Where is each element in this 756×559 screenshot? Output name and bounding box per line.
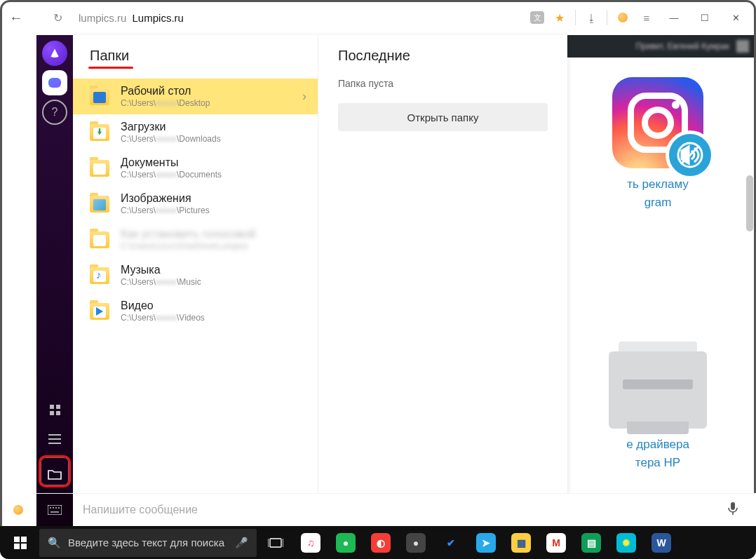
- help-icon[interactable]: ?: [42, 100, 67, 125]
- recent-empty-text: Папка пуста: [338, 78, 548, 89]
- svg-rect-10: [14, 537, 20, 542]
- folder-icon: [90, 231, 109, 248]
- apps-grid-icon[interactable]: [42, 397, 67, 422]
- microphone-icon[interactable]: [728, 501, 756, 519]
- folder-icon: [90, 160, 109, 177]
- back-button[interactable]: ←: [8, 10, 24, 26]
- alice-message-input[interactable]: [73, 504, 728, 516]
- extension-icon[interactable]: [614, 9, 631, 26]
- svg-rect-11: [21, 537, 27, 542]
- folder-path: C:\Users\xxxxx\Pictures: [121, 206, 210, 215]
- taskbar-app-telegram[interactable]: ➤: [470, 529, 502, 557]
- article-teaser-1[interactable]: ть рекламу gram е драйвера тера HP: [588, 77, 728, 471]
- recent-pane: Последние Папка пуста Открыть папку: [318, 35, 567, 526]
- taskbar-app-sheets[interactable]: ▤: [575, 529, 607, 557]
- folder-path: C:\Users\xxxxx\Music: [121, 277, 201, 287]
- folder-text: ИзображенияC:\Users\xxxxx\Pictures: [121, 192, 210, 215]
- annotation-underline: [88, 67, 133, 69]
- windows-taskbar: 🔍 Введите здесь текст для поиска 🎤 ♫●◐●✔…: [0, 526, 756, 559]
- folders-list: Папки Рабочий столC:\Users\xxxxx\Desktop…: [73, 35, 318, 526]
- alice-input-bar: [36, 493, 756, 526]
- cortana-mic-icon[interactable]: 🎤: [235, 537, 248, 549]
- folder-text: ЗагрузкиC:\Users\xxxxx\Downloads: [121, 121, 221, 144]
- recent-title: Последние: [338, 48, 548, 64]
- window-close[interactable]: ✕: [724, 6, 748, 29]
- folder-name: Рабочий стол: [121, 85, 210, 97]
- taskbar-app-keep[interactable]: ✹: [610, 529, 642, 557]
- folder-icon: [90, 88, 109, 105]
- folder-name: Изображения: [121, 192, 210, 205]
- folder-text: МузыкаC:\Users\xxxxx\Music: [121, 264, 201, 287]
- window-maximize[interactable]: ☐: [693, 6, 717, 29]
- folder-item-2[interactable]: ДокументыC:\Users\xxxxx\Documents: [73, 150, 318, 186]
- article-link-2-line-b: тера HP: [588, 454, 728, 472]
- folder-text: ДокументыC:\Users\xxxxx\Documents: [121, 156, 222, 180]
- window-minimize[interactable]: —: [662, 6, 686, 29]
- folder-name: Музыка: [121, 264, 201, 276]
- folder-icon: [90, 196, 109, 213]
- taskbar-app-word[interactable]: W: [645, 529, 677, 557]
- annotation-highlight: [39, 455, 71, 487]
- scrollbar-thumb[interactable]: [746, 175, 753, 231]
- folder-path: C:\Users\xxxxx\Downloads: [121, 134, 221, 144]
- menu-icon[interactable]: ≡: [638, 9, 655, 26]
- taskbar-search-placeholder: Введите здесь текст для поиска: [68, 537, 224, 548]
- folder-item-0[interactable]: Рабочий столC:\Users\xxxxx\Desktop›: [73, 79, 318, 114]
- taskbar-app-explorer[interactable]: ▦: [505, 529, 537, 557]
- folder-name: Документы: [121, 156, 222, 169]
- separator: [575, 10, 576, 25]
- alice-sidebar: ?: [36, 35, 73, 526]
- open-folder-button[interactable]: Открыть папку: [338, 103, 548, 131]
- taskbar-app-gmail[interactable]: M: [540, 529, 572, 557]
- main-area: Привет, Евгений Кумрак ть рекламу gram е…: [0, 35, 756, 526]
- extension-bottom-icon[interactable]: [0, 493, 36, 526]
- downloads-icon[interactable]: ⭳: [583, 9, 600, 26]
- folder-text: Как установить голосовойC:\Users\xxxxx\O…: [121, 228, 256, 251]
- folder-item-1[interactable]: ЗагрузкиC:\Users\xxxxx\Downloads: [73, 114, 318, 150]
- folder-path: C:\Users\xxxxx\Desktop: [121, 98, 210, 108]
- separator: [607, 10, 607, 25]
- article-link-1-line-b: gram: [588, 194, 728, 212]
- chat-icon[interactable]: [42, 70, 67, 95]
- folder-icon: [90, 303, 109, 320]
- browser-toolbar: ← → ↻ lumpics.ru Lumpics.ru 文 ★ ⭳ ≡ — ☐ …: [0, 0, 756, 35]
- alice-icon[interactable]: [42, 41, 67, 66]
- reload-button[interactable]: ↻: [53, 11, 67, 25]
- taskbar-app-spotify[interactable]: ●: [330, 529, 362, 557]
- task-view-icon[interactable]: [259, 529, 292, 557]
- address-bar[interactable]: lumpics.ru Lumpics.ru: [79, 12, 184, 24]
- folder-item-3[interactable]: ИзображенияC:\Users\xxxxx\Pictures: [73, 186, 318, 222]
- browser-side-column: [0, 35, 36, 526]
- svg-point-7: [58, 507, 60, 509]
- list-icon[interactable]: [42, 426, 67, 452]
- folder-name: Как установить голосовой: [121, 228, 256, 241]
- folder-item-4[interactable]: Как установить голосовойC:\Users\xxxxx\O…: [73, 222, 318, 257]
- address-host: lumpics.ru: [79, 12, 126, 24]
- wp-user-text: Привет, Евгений Кумрак: [635, 41, 729, 51]
- folder-text: ВидеоC:\Users\xxxxx\Videos: [121, 299, 205, 323]
- folder-icon: [90, 267, 109, 284]
- translate-icon[interactable]: 文: [530, 11, 544, 24]
- svg-rect-8: [731, 502, 735, 510]
- folder-text: Рабочий столC:\Users\xxxxx\Desktop: [121, 85, 210, 108]
- svg-rect-12: [14, 544, 20, 549]
- taskbar-app-itunes[interactable]: ♫: [295, 529, 327, 557]
- start-button[interactable]: [4, 529, 36, 557]
- no-ads-badge-icon: [666, 130, 715, 180]
- folder-name: Загрузки: [121, 121, 221, 133]
- folder-icon: [90, 124, 109, 141]
- wp-user-area[interactable]: Привет, Евгений Кумрак: [635, 40, 749, 53]
- taskbar-app-app-grey[interactable]: ●: [400, 529, 432, 557]
- taskbar-search[interactable]: 🔍 Введите здесь текст для поиска 🎤: [39, 529, 257, 557]
- folder-path: C:\Users\xxxxx\Videos: [121, 313, 205, 323]
- svg-point-5: [53, 507, 54, 509]
- keyboard-toggle-icon[interactable]: [36, 494, 73, 526]
- taskbar-app-todo[interactable]: ✔: [435, 529, 467, 557]
- folder-item-5[interactable]: МузыкаC:\Users\xxxxx\Music: [73, 257, 318, 293]
- article-link-1-line-a: ть рекламу: [588, 175, 728, 194]
- folder-name: Видео: [121, 299, 205, 312]
- svg-point-4: [50, 507, 51, 509]
- folder-item-6[interactable]: ВидеоC:\Users\xxxxx\Videos: [73, 293, 318, 329]
- bookmark-star-icon[interactable]: ★: [551, 9, 568, 26]
- taskbar-app-pocketcasts[interactable]: ◐: [365, 529, 397, 557]
